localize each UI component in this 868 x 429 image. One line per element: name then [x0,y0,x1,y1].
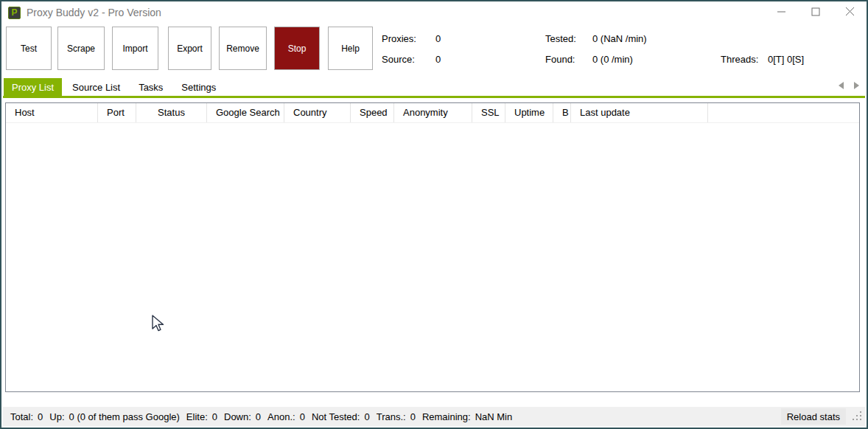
column-header-last-update[interactable]: Last update [571,103,708,122]
status-bar: Total: 0 Up: 0 (0 of them pass Google) E… [3,407,865,426]
close-button[interactable] [833,1,867,24]
stop-button[interactable]: Stop [274,27,320,70]
column-header-country[interactable]: Country [284,103,351,122]
threads-label: Threads: [721,54,758,65]
tab-source-list[interactable]: Source List [64,78,128,96]
export-button[interactable]: Export [168,27,211,70]
status-bar-items: Total: 0 Up: 0 (0 of them pass Google) E… [3,411,519,422]
app-window: P Proxy Buddy v2 - Pro Version Test Scra… [0,0,868,429]
tab-underline [3,96,865,98]
anon-label: Anon.: [267,411,295,422]
help-button[interactable]: Help [328,27,373,70]
remaining-label: Remaining: [422,411,471,422]
trans-label: Trans.: [377,411,406,422]
maximize-icon [811,6,820,19]
title-bar: P Proxy Buddy v2 - Pro Version [1,1,867,24]
import-button[interactable]: Import [112,27,158,70]
test-button[interactable]: Test [6,27,52,70]
close-icon [845,6,855,19]
proxies-value: 0 [435,33,441,44]
up-value: 0 (0 of them pass Google) [69,411,180,422]
total-label: Total: [10,411,33,422]
column-header-ssl[interactable]: SSL [472,103,505,122]
maximize-button[interactable] [799,1,833,24]
remaining-value: NaN Min [475,411,513,422]
reload-stats-button[interactable]: Reload stats [781,408,846,425]
resize-grip-icon[interactable] [853,411,862,423]
column-header-google-search[interactable]: Google Search [207,103,284,122]
proxies-label: Proxies: [382,33,416,44]
not-tested-value: 0 [364,411,369,422]
found-label: Found: [545,54,575,65]
window-controls [765,1,867,24]
found-value: 0 (0 /min) [592,54,633,65]
tab-scroll-left-icon[interactable] [839,82,844,89]
tab-tasks[interactable]: Tasks [130,78,171,96]
elite-label: Elite: [186,411,208,422]
column-header-host[interactable]: Host [6,103,98,122]
tab-scroll-right-icon[interactable] [854,82,859,89]
column-header-port[interactable]: Port [98,103,136,122]
source-label: Source: [382,54,415,65]
up-label: Up: [49,411,64,422]
minimize-button[interactable] [765,1,799,24]
threads-value: 0[T] 0[S] [768,54,804,65]
app-icon: P [8,7,21,19]
tab-settings[interactable]: Settings [173,78,224,96]
down-label: Down: [224,411,251,422]
scrape-button[interactable]: Scrape [57,27,105,70]
proxy-list-table: Host Port Status Google Search Country S… [5,102,860,392]
column-header-speed[interactable]: Speed [351,103,394,122]
minimize-icon [777,6,786,19]
down-value: 0 [256,411,261,422]
tab-scrollers [839,82,859,89]
column-header-status[interactable]: Status [136,103,207,122]
total-value: 0 [38,411,43,422]
column-header-anonymity[interactable]: Anonymity [394,103,472,122]
elite-value: 0 [212,411,217,422]
trans-value: 0 [410,411,416,422]
anon-value: 0 [300,411,305,422]
column-header-uptime[interactable]: Uptime [505,103,553,122]
tab-strip: Proxy List Source List Tasks Settings [4,78,226,96]
window-title: Proxy Buddy v2 - Pro Version [27,7,161,18]
remove-button[interactable]: Remove [219,27,267,70]
column-header-filler [708,103,859,122]
not-tested-label: Not Tested: [312,411,360,422]
mouse-cursor [152,315,168,337]
tested-value: 0 (NaN /min) [592,33,647,44]
table-header-row: Host Port Status Google Search Country S… [6,103,859,123]
source-value: 0 [435,54,441,65]
column-header-b[interactable]: B [553,103,571,122]
tested-label: Tested: [545,33,576,44]
tab-proxy-list[interactable]: Proxy List [4,78,62,96]
